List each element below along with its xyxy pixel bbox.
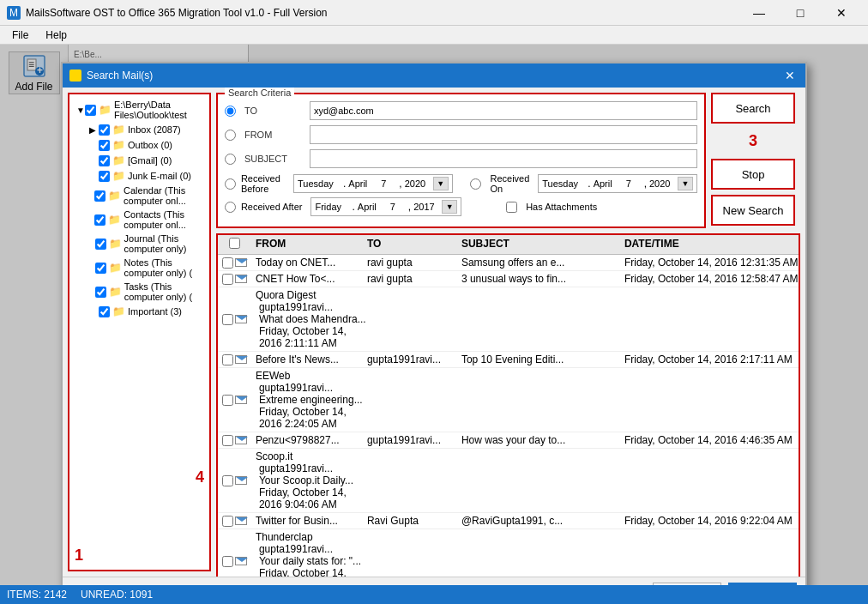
col-header-check xyxy=(218,238,252,251)
search-button[interactable]: Search xyxy=(711,93,795,124)
tree-item-1[interactable]: 📁 Outbox (0) xyxy=(87,137,206,153)
table-row[interactable]: Today on CNET... ravi gupta Samsung offe… xyxy=(218,255,799,271)
received-on-input: . , ▼ xyxy=(538,174,697,193)
before-cal-button[interactable]: ▼ xyxy=(433,177,449,190)
tree-checkbox-3[interactable] xyxy=(99,171,110,182)
after-date-input[interactable] xyxy=(390,202,406,212)
stop-button[interactable]: Stop xyxy=(711,159,795,190)
window-controls: — □ ✕ xyxy=(739,0,861,26)
row-checkbox-0[interactable] xyxy=(222,257,233,269)
mail-icon xyxy=(235,436,247,444)
tree-item-4[interactable]: 📁 Calendar (This computer onl... xyxy=(87,184,206,208)
tree-label-0: Inbox (2087) xyxy=(128,124,181,135)
after-cal-button[interactable]: ▼ xyxy=(442,200,457,214)
radio-received-on[interactable] xyxy=(470,178,481,190)
received-after-input: . , ▼ xyxy=(310,197,461,216)
on-cal-button[interactable]: ▼ xyxy=(678,177,693,190)
to-label: TO xyxy=(244,106,304,116)
on-day-input[interactable] xyxy=(542,178,585,189)
row-checkbox-4[interactable] xyxy=(222,395,233,406)
after-month-input[interactable] xyxy=(358,202,388,212)
tree-checkbox-7[interactable] xyxy=(95,263,106,274)
tree-root-node[interactable]: ▼ 📁 E:\Berry\Data Files\Outlook\test xyxy=(73,98,206,122)
tree-expander[interactable]: ▼ xyxy=(76,104,85,116)
row-checkbox-1[interactable] xyxy=(222,274,233,285)
before-day-input[interactable] xyxy=(298,178,341,189)
new-search-button[interactable]: New Search xyxy=(711,195,795,226)
title-bar: M MailsSoftware OST to Office 365 Migrat… xyxy=(0,0,868,26)
row-checkbox-8[interactable] xyxy=(222,556,233,567)
radio-received-after[interactable] xyxy=(225,202,236,213)
row-subject: What does Mahendra... xyxy=(256,313,419,325)
row-checkbox-3[interactable] xyxy=(222,354,233,365)
dialog-tree-panel: ▼ 📁 E:\Berry\Data Files\Outlook\test ▶ 📁… xyxy=(68,93,211,571)
menu-bar: File Help xyxy=(0,26,868,45)
radio-subject[interactable] xyxy=(225,154,236,165)
row-date: Friday, October 14, 2016 9:04:06 AM xyxy=(256,486,364,510)
tree-item-6[interactable]: 📁 Journal (This computer only) xyxy=(87,232,206,256)
maximize-button[interactable]: □ xyxy=(781,0,820,26)
radio-from[interactable] xyxy=(225,130,236,141)
radio-to[interactable] xyxy=(225,106,236,117)
before-date-input[interactable] xyxy=(381,178,396,189)
tree-root-checkbox[interactable] xyxy=(85,105,96,116)
window-close-button[interactable]: ✕ xyxy=(822,0,861,26)
row-to: gupta1991ravi... xyxy=(364,353,458,365)
before-year-input[interactable] xyxy=(405,178,431,189)
row-checkbox-5[interactable] xyxy=(222,435,233,446)
tree-item-8[interactable]: 📁 Tasks (This computer only) ( xyxy=(87,280,206,304)
dialog-close-button[interactable]: ✕ xyxy=(781,67,799,84)
tree-checkbox-5[interactable] xyxy=(94,214,105,226)
row-date: Friday, October 14, 2016 2:17:11 AM xyxy=(621,353,799,365)
table-row[interactable]: Quora Digest gupta1991ravi... What does … xyxy=(218,287,799,352)
row-from: Penzu<9798827... xyxy=(252,434,364,446)
tree-item-0[interactable]: ▶ 📁 Inbox (2087) xyxy=(87,122,206,137)
dialog-icon xyxy=(69,69,81,82)
tree-item-7[interactable]: 📁 Notes (This computer only) ( xyxy=(87,256,206,280)
after-day-input[interactable] xyxy=(315,202,349,212)
row-checkbox-cell xyxy=(218,395,252,406)
table-row[interactable]: Penzu<9798827... gupta1991ravi... How wa… xyxy=(218,432,799,449)
table-row[interactable]: Scoop.it gupta1991ravi... Your Scoop.it … xyxy=(218,449,799,513)
select-all-checkbox[interactable] xyxy=(229,238,240,249)
row-checkbox-2[interactable] xyxy=(222,314,233,325)
menu-help[interactable]: Help xyxy=(37,27,75,43)
tree-checkbox-9[interactable] xyxy=(99,306,110,317)
table-row[interactable]: CNET How To<... ravi gupta 3 unusual way… xyxy=(218,271,799,287)
on-year-input[interactable] xyxy=(649,178,675,189)
tree-item-9[interactable]: 📁 Important (3) xyxy=(87,304,206,319)
tree-item-2[interactable]: 📁 [Gmail] (0) xyxy=(87,153,206,168)
minimize-button[interactable]: — xyxy=(739,0,779,26)
tree-checkbox-8[interactable] xyxy=(95,287,106,298)
row-subject: @RaviGupta1991, c... xyxy=(458,515,621,527)
search-criteria: Search Criteria TO FROM xyxy=(216,93,706,228)
table-row[interactable]: EEWeb gupta1991ravi... Extreme engineeri… xyxy=(218,368,799,432)
subject-input[interactable] xyxy=(310,149,697,168)
tree-label-6: Journal (This computer only) xyxy=(124,233,206,254)
menu-file[interactable]: File xyxy=(3,27,37,43)
row-checkbox-7[interactable] xyxy=(222,516,233,527)
before-month-input[interactable] xyxy=(348,178,378,189)
tree-item-3[interactable]: 📁 Junk E-mail (0) xyxy=(87,168,206,184)
tree-item-5[interactable]: 📁 Contacts (This computer onl... xyxy=(87,208,206,232)
from-input[interactable] xyxy=(310,125,697,144)
has-attachments-checkbox[interactable] xyxy=(506,202,517,213)
status-bar: ITEMS: 2142 UNREAD: 1091 xyxy=(0,585,868,604)
tree-checkbox-0[interactable] xyxy=(99,124,110,136)
received-after-row: Received After . , ▼ xyxy=(225,197,697,216)
tree-checkbox-1[interactable] xyxy=(99,140,110,151)
to-input[interactable] xyxy=(310,101,697,120)
row-checkbox-cell xyxy=(218,354,252,365)
received-before-row: Received Before . , ▼ xyxy=(225,173,697,194)
after-year-input[interactable] xyxy=(413,202,439,212)
table-row[interactable]: Before It's News... gupta1991ravi... Top… xyxy=(218,352,799,368)
tree-checkbox-4[interactable] xyxy=(94,190,105,202)
tree-checkbox-6[interactable] xyxy=(95,239,106,250)
on-month-input[interactable] xyxy=(594,178,624,189)
table-row[interactable]: Twitter for Busin... Ravi Gupta @RaviGup… xyxy=(218,513,799,529)
criteria-to-row: TO xyxy=(225,101,697,120)
radio-received-before[interactable] xyxy=(225,178,236,190)
tree-checkbox-2[interactable] xyxy=(99,155,110,166)
row-checkbox-6[interactable] xyxy=(222,475,233,486)
on-date-input[interactable] xyxy=(626,178,642,189)
